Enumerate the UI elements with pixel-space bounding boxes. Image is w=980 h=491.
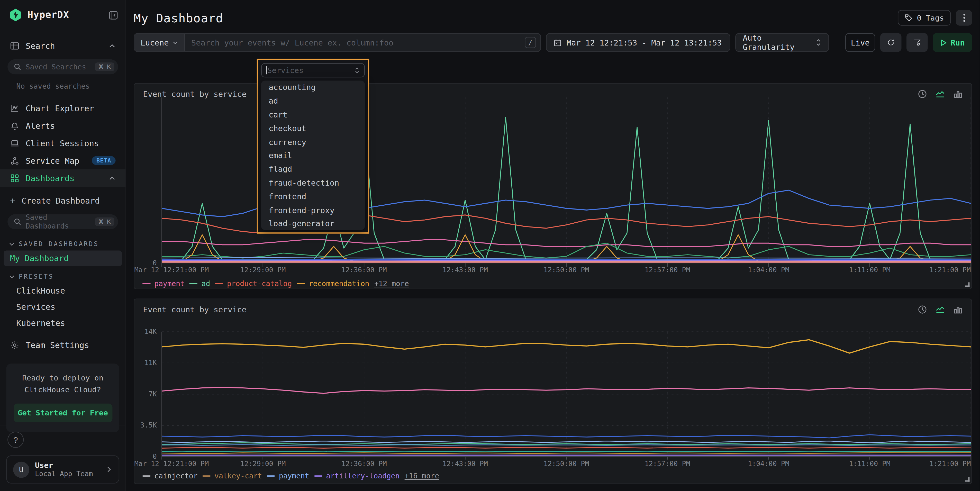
services-filter-input[interactable]: Services [261, 63, 365, 77]
query-language-value: Lucene [141, 38, 169, 47]
time-settings-icon[interactable] [918, 305, 927, 314]
cmd-k-shortcut: ⌘ K [95, 62, 115, 71]
line-chart-plot[interactable]: 14K 11K 7K 3.5K 0 [162, 332, 971, 456]
service-map-icon [10, 156, 19, 165]
legend-item[interactable]: artillery-loadgen [314, 472, 399, 480]
service-option[interactable]: frontend [261, 189, 365, 203]
legend-dash [189, 283, 198, 284]
user-name: User [35, 461, 93, 470]
sidebar-collapse-icon[interactable] [109, 10, 118, 19]
legend-label: artillery-loadgen [326, 472, 399, 480]
legend-dash [142, 283, 151, 284]
sidebar-item-dashboards[interactable]: Dashboards [0, 169, 126, 187]
service-option[interactable]: flagd [261, 162, 365, 176]
sidebar-footer: ? U User Local App Team [0, 425, 126, 491]
x-tick: 12:50:00 PM [544, 266, 589, 274]
service-option[interactable]: frontend-proxy [261, 203, 365, 217]
avatar: U [13, 461, 29, 478]
service-option[interactable]: fraud-detection [261, 176, 365, 189]
query-language-select[interactable]: Lucene [134, 34, 185, 51]
live-button[interactable]: Live [845, 33, 875, 52]
x-tick: 12:36:00 PM [341, 460, 387, 468]
service-option[interactable]: email [261, 149, 365, 162]
service-option[interactable]: load-generator [261, 217, 365, 230]
clickhouse-cloud-promo: Ready to deploy on ClickHouse Cloud? Get… [6, 364, 119, 432]
unfold-icon [815, 39, 821, 46]
legend-item[interactable]: valkey-cart [202, 472, 262, 480]
x-tick: 12:57:00 PM [645, 460, 690, 468]
service-option[interactable]: cart [261, 108, 365, 121]
line-chart-toggle-icon[interactable] [935, 305, 945, 314]
legend-dash [267, 475, 275, 477]
service-option[interactable]: currency [261, 135, 365, 149]
service-option[interactable]: ad [261, 94, 365, 108]
y-axis-label: 7K [149, 390, 162, 399]
bar-chart-toggle-icon[interactable] [953, 305, 963, 314]
create-dashboard-label: Create Dashboard [22, 196, 116, 205]
legend-label: payment [279, 472, 309, 480]
sidebar-item-service-map[interactable]: Service Map BETA [0, 152, 126, 169]
chart-legend: payment ad product-catalog recommendatio… [142, 279, 409, 288]
y-axis-label: 0 [153, 259, 162, 267]
legend-more-link[interactable]: +12 more [374, 279, 409, 288]
user-menu[interactable]: U User Local App Team [6, 455, 119, 483]
panel-resize-handle[interactable] [965, 282, 969, 287]
event-search-bar[interactable]: Lucene Search your events w/ Lucene ex. … [134, 33, 541, 52]
main-content: My Dashboard 0 Tags Lucene Search your e… [126, 0, 980, 491]
create-dashboard-button[interactable]: + Create Dashboard [0, 192, 126, 209]
saved-searches-input[interactable]: Saved Searches ⌘ K [8, 59, 118, 74]
section-label: PRESETS [19, 273, 54, 280]
x-tick: Mar 12 12:21:00 PM [134, 266, 209, 274]
sidebar-item-alerts[interactable]: Alerts [0, 117, 126, 134]
time-range-picker[interactable]: Mar 12 12:21:53 - Mar 12 13:21:53 [546, 33, 730, 52]
filter-edit-icon [913, 38, 921, 47]
legend-item[interactable]: cainjector [142, 472, 197, 480]
y-axis-label: 14K [145, 328, 162, 336]
run-button[interactable]: Run [933, 33, 972, 52]
x-tick: 1:21:00 PM [929, 460, 971, 468]
saved-dashboard-my-dashboard[interactable]: My Dashboard [4, 250, 122, 266]
sidebar-item-team-settings[interactable]: Team Settings [0, 336, 126, 353]
brand-name: HyperDX [27, 9, 103, 21]
legend-dash [202, 475, 211, 477]
chevron-up-icon [109, 42, 116, 49]
granularity-select[interactable]: Auto Granularity [735, 33, 829, 52]
tags-button[interactable]: 0 Tags [897, 10, 951, 26]
legend-item[interactable]: ad [189, 279, 210, 288]
tags-label: 0 Tags [917, 13, 944, 22]
service-option[interactable]: checkout [261, 121, 365, 135]
legend-item[interactable]: payment [267, 472, 309, 480]
preset-kubernetes[interactable]: Kubernetes [4, 315, 122, 331]
preset-clickhouse[interactable]: ClickHouse [4, 283, 122, 299]
legend-dash [142, 475, 151, 477]
refresh-icon [887, 38, 895, 47]
section-saved-dashboards[interactable]: SAVED DASHBOARDS [0, 234, 126, 250]
preset-services[interactable]: Services [4, 299, 122, 315]
legend-item[interactable]: product-catalog [215, 279, 292, 288]
sidebar-item-label: Service Map [26, 156, 86, 165]
section-presets[interactable]: PRESETS [0, 267, 126, 283]
x-tick: 12:29:00 PM [240, 266, 286, 274]
panel-resize-handle[interactable] [965, 477, 969, 482]
x-tick: Mar 12 12:21:00 PM [134, 460, 209, 468]
sidebar-item-label: Team Settings [26, 340, 116, 350]
x-tick: 12:43:00 PM [442, 460, 488, 468]
legend-item[interactable]: recommendation [297, 279, 369, 288]
filter-button[interactable] [907, 33, 928, 52]
saved-dashboards-input[interactable]: Saved Dashboards ⌘ K [8, 214, 118, 229]
y-axis-label: 3.5K [140, 421, 162, 429]
sidebar-item-search[interactable]: Search [0, 37, 126, 54]
refresh-button[interactable] [880, 33, 902, 52]
sidebar-item-chart-explorer[interactable]: Chart Explorer [0, 99, 126, 117]
sidebar-item-client-sessions[interactable]: Client Sessions [0, 134, 126, 152]
legend-item[interactable]: payment [142, 279, 185, 288]
granularity-value: Auto Granularity [743, 33, 810, 52]
dashboard-menu-button[interactable] [956, 10, 972, 26]
legend-dash [314, 475, 322, 477]
y-axis-label: 0 [153, 453, 162, 461]
help-button[interactable]: ? [8, 432, 24, 448]
service-option[interactable]: accounting [261, 81, 365, 94]
get-started-button[interactable]: Get Started for Free [13, 404, 112, 423]
slash-shortcut-badge: / [525, 37, 536, 48]
legend-more-link[interactable]: +16 more [405, 472, 439, 480]
